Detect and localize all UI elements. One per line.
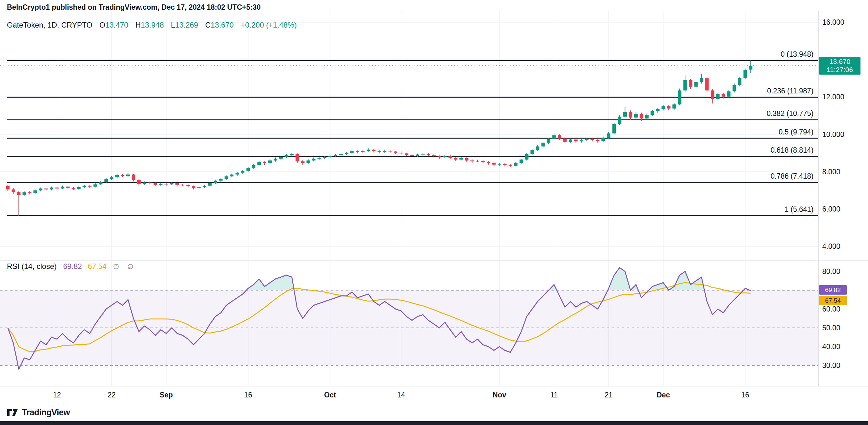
candle [514, 163, 517, 166]
candle [279, 157, 283, 159]
candle [722, 94, 725, 96]
candle [459, 158, 463, 159]
candle [110, 177, 114, 179]
candle [197, 187, 201, 188]
candle [694, 82, 698, 87]
candle [345, 153, 348, 154]
candle [301, 161, 305, 163]
candle [317, 158, 321, 159]
candle [372, 150, 375, 151]
candle [585, 139, 588, 141]
badge-countdown: 11:27:06 [827, 66, 853, 74]
candle [651, 111, 654, 115]
fib-label: 0.786 (7.418) [771, 172, 813, 180]
candle [383, 151, 386, 152]
price-axis-label: 6.000 [822, 205, 840, 213]
price-axis-badge: 13.670 11:27:06 [819, 57, 861, 74]
candle [465, 158, 468, 160]
candle [23, 192, 26, 195]
open-label: O [99, 21, 105, 29]
candle [170, 183, 173, 185]
candle [274, 159, 277, 160]
fib-label: 0 (13.948) [781, 50, 813, 58]
candle [454, 158, 458, 159]
candle [378, 151, 381, 152]
candle [432, 155, 436, 156]
candle [203, 186, 206, 187]
tradingview-attribution[interactable]: TradingView [7, 407, 70, 418]
candle [148, 182, 152, 183]
candle [55, 187, 59, 188]
candle [17, 192, 20, 195]
candle [389, 151, 392, 151]
candle [547, 139, 550, 143]
chart-canvas[interactable]: 0 (13.948)0.236 (11.987)0.382 (10.775)0.… [0, 0, 868, 425]
time-axis-label: 12 [53, 391, 61, 399]
rsi-value: 69.82 [63, 262, 82, 271]
candle [307, 160, 310, 163]
candle [476, 161, 479, 161]
symbol-title[interactable]: GateToken, 1D, CRYPTO [7, 21, 92, 29]
symbol-legend: GateToken, 1D, CRYPTO O13.470 H13.948 L1… [7, 21, 297, 29]
candle [553, 135, 556, 139]
candle [656, 109, 660, 111]
candle [727, 92, 731, 97]
low-label: L [171, 21, 175, 29]
time-axis-label: Sep [159, 391, 173, 399]
candle [700, 78, 703, 82]
change-value: +0.200 (+1.48%) [241, 21, 297, 29]
candle [394, 151, 397, 153]
candle [329, 156, 332, 157]
candle [334, 155, 337, 156]
candle [705, 78, 709, 91]
candle [34, 190, 37, 193]
price-axis-label: 12.000 [822, 93, 844, 101]
time-axis-label: 22 [107, 391, 116, 399]
time-axis-label: 14 [397, 391, 405, 399]
rsi-ma-value: 67.54 [88, 262, 106, 271]
candle [508, 165, 512, 165]
candle [61, 186, 64, 188]
time-axis-label: 21 [605, 391, 613, 399]
rsi-value-badge: 69.82 [819, 285, 847, 295]
candle [11, 189, 15, 192]
candle [176, 183, 179, 185]
hidden-source-icon[interactable]: ∅ ∅ [113, 263, 136, 271]
price-axis-label: 4.000 [822, 242, 840, 250]
candle [181, 185, 184, 186]
candle [421, 154, 425, 154]
rsi-ma-badge: 67.54 [819, 296, 847, 305]
attribution-header[interactable]: BeInCrypto1 published on TradingView.com… [7, 3, 261, 11]
candle [427, 154, 430, 155]
close-value: 13.670 [211, 21, 234, 29]
bottom-bar [0, 421, 868, 425]
candle [154, 183, 157, 185]
candle [574, 140, 578, 141]
candle [236, 173, 239, 175]
candle [312, 159, 315, 160]
candle [683, 80, 687, 91]
price-axis-label: 8.000 [822, 168, 840, 176]
candle [520, 159, 523, 163]
rsi-axis-label: 50.00 [822, 324, 840, 332]
candle [591, 139, 594, 140]
candle [738, 78, 741, 85]
time-axis-label: 16 [741, 391, 749, 399]
price-axis-label: 10.000 [822, 130, 844, 139]
candle [645, 115, 649, 119]
candle [498, 164, 501, 164]
candle [410, 155, 414, 156]
rsi-axis-label: 80.00 [822, 267, 840, 275]
rsi-legend: RSI (14, close) 69.82 67.54 ∅ ∅ [7, 262, 136, 271]
candle [580, 141, 583, 142]
candle [470, 160, 474, 161]
fib-label: 0.5 (9.794) [779, 128, 813, 136]
fib-label: 0.618 (8.814) [771, 146, 813, 154]
candle [219, 179, 222, 181]
candle [607, 133, 611, 138]
time-axis-label: 16 [244, 391, 252, 399]
high-value: 13.948 [141, 21, 163, 29]
open-value: 13.470 [105, 21, 128, 29]
rsi-title[interactable]: RSI (14, close) [7, 262, 57, 271]
candle [667, 106, 671, 109]
